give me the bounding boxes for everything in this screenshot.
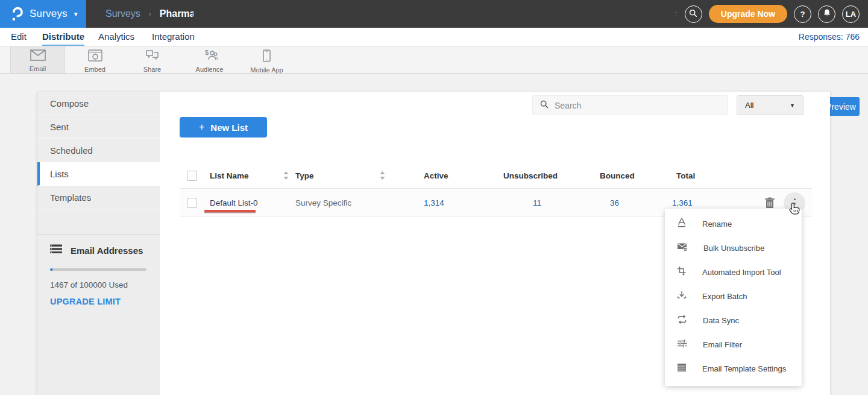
channel-mobile-app[interactable]: Mobile App — [239, 46, 294, 73]
chevron-down-icon: ▼ — [73, 11, 79, 17]
select-all-checkbox[interactable] — [187, 171, 197, 181]
channel-label: Email — [30, 65, 46, 72]
sidebar-item-templates[interactable]: Templates — [37, 186, 160, 209]
menu-item-rename[interactable]: Rename — [665, 212, 802, 236]
search-icon — [540, 100, 549, 111]
channel-share[interactable]: Share — [125, 46, 180, 73]
channel-label: Mobile App — [250, 66, 283, 74]
template-rows-icon — [677, 363, 687, 374]
menu-item-label: Email Filter — [703, 340, 742, 349]
kebab-dot — [794, 203, 796, 204]
menu-item-automated-import-tool[interactable]: Automated Import Tool — [665, 260, 802, 284]
channel-email[interactable]: Email — [10, 46, 65, 73]
email-addresses-title: Email Addresses — [71, 245, 143, 256]
svg-text:$: $ — [205, 49, 209, 56]
menu-item-export-batch[interactable]: Export Batch — [665, 284, 802, 308]
list-filter-dropdown[interactable]: All ▼ — [737, 95, 804, 115]
column-header-active: Active — [424, 163, 448, 189]
crop-icon — [677, 266, 687, 278]
rename-icon — [677, 218, 687, 230]
sort-icon[interactable] — [283, 171, 289, 182]
list-search-field — [532, 95, 728, 115]
chevron-down-icon: ▼ — [790, 103, 795, 109]
sidebar-item-sent[interactable]: Sent — [37, 115, 160, 139]
active-count[interactable]: 1,314 — [424, 189, 444, 217]
plus-icon: + — [199, 122, 204, 133]
upgrade-limit-link[interactable]: UPGRADE LIMIT — [50, 297, 147, 306]
column-header-total: Total — [676, 163, 695, 189]
envelope-minus-icon — [677, 242, 688, 254]
preview-label: Preview — [826, 102, 856, 112]
sliders-icon — [677, 339, 687, 350]
channel-label: Audience — [196, 66, 224, 73]
channel-label: Embed — [84, 66, 105, 73]
list-name-link[interactable]: Default List-0 — [210, 189, 258, 217]
sort-icon[interactable] — [380, 171, 385, 182]
unsubscribed-count[interactable]: 11 — [533, 189, 541, 217]
search-input[interactable] — [555, 101, 720, 110]
email-icon — [30, 49, 46, 63]
embed-icon — [88, 49, 102, 64]
app-name: Surveys — [30, 8, 68, 20]
question-mark-icon: ? — [800, 10, 805, 19]
column-header-unsubscribed: Unsubscribed — [503, 163, 558, 189]
column-header-type[interactable]: Type — [295, 163, 314, 189]
search-icon — [689, 9, 697, 19]
avatar[interactable]: LA — [842, 5, 860, 23]
notifications-button[interactable] — [818, 5, 835, 23]
menu-item-label: Rename — [702, 220, 732, 229]
email-usage-text: 1467 of 100000 Used — [50, 280, 147, 289]
new-list-button[interactable]: + New List — [180, 117, 267, 137]
column-header-list-name[interactable]: List Name — [210, 163, 249, 189]
column-header-bounced: Bounced — [600, 163, 635, 189]
email-sidebar: Compose Sent Scheduled Lists Templates E… — [37, 92, 160, 395]
product-switcher[interactable]: Surveys ▼ — [0, 0, 86, 28]
menu-item-label: Export Batch — [702, 292, 747, 301]
sidebar-item-scheduled[interactable]: Scheduled — [37, 139, 160, 162]
tab-edit[interactable]: Edit — [11, 28, 27, 46]
share-icon — [145, 49, 160, 64]
topbar-actions: : Upgrade Now ? LA — [675, 0, 860, 28]
download-icon — [677, 290, 687, 302]
tab-distribute[interactable]: Distribute — [42, 28, 84, 46]
distribute-channel-bar: Email Embed Share $ Audience Mobile App — [0, 46, 868, 74]
avatar-initials: LA — [846, 10, 856, 19]
menu-item-bulk-unsubscribe[interactable]: Bulk Unsubscribe — [665, 236, 802, 260]
kebab-dot — [794, 198, 796, 200]
email-usage-progressbar[interactable] — [50, 268, 146, 271]
upgrade-now-button[interactable]: Upgrade Now — [709, 5, 787, 23]
responses-count[interactable]: Responses: 766 — [799, 28, 860, 46]
channel-audience[interactable]: $ Audience — [182, 46, 237, 73]
list-type: Survey Specific — [295, 189, 351, 217]
bell-icon — [823, 8, 831, 19]
help-button[interactable]: ? — [794, 5, 811, 23]
menu-item-label: Email Template Settings — [702, 364, 786, 373]
breadcrumb-surveys-link[interactable]: Surveys — [105, 8, 140, 19]
sync-repeat-icon — [677, 315, 687, 326]
search-button[interactable] — [685, 5, 702, 23]
menu-item-label: Data Sync — [703, 316, 739, 325]
menu-item-email-filter[interactable]: Email Filter — [665, 332, 802, 356]
breadcrumb: Surveys › Pharma — [105, 0, 193, 28]
red-annotation-underline — [204, 210, 256, 212]
email-addresses-section: Email Addresses 1467 of 100000 Used UPGR… — [37, 234, 160, 306]
page: Surveys ▼ Surveys › Pharma : Upgrade Now… — [0, 0, 868, 395]
menu-item-data-sync[interactable]: Data Sync — [665, 308, 802, 332]
tab-integration[interactable]: Integration — [152, 28, 195, 46]
overflow-indicator: : — [675, 10, 676, 18]
channel-embed[interactable]: Embed — [68, 46, 122, 73]
filter-value: All — [745, 101, 753, 110]
menu-item-email-template-settings[interactable]: Email Template Settings — [665, 356, 802, 381]
menu-item-label: Automated Import Tool — [702, 268, 781, 277]
breadcrumb-separator-icon: › — [149, 10, 151, 18]
audience-icon: $ — [201, 49, 218, 64]
channel-label: Share — [143, 66, 161, 73]
tab-analytics[interactable]: Analytics — [98, 28, 134, 46]
row-checkbox[interactable] — [187, 198, 197, 208]
survey-tab-bar: Edit Distribute Analytics Integration Re… — [0, 28, 868, 46]
bounced-count[interactable]: 36 — [610, 189, 619, 217]
sidebar-item-compose[interactable]: Compose — [37, 92, 160, 115]
list-actions-menu: Rename Bulk Unsubscribe Automated Import… — [665, 209, 802, 386]
top-bar: Surveys ▼ Surveys › Pharma : Upgrade Now… — [0, 0, 868, 28]
sidebar-item-lists[interactable]: Lists — [37, 162, 160, 186]
